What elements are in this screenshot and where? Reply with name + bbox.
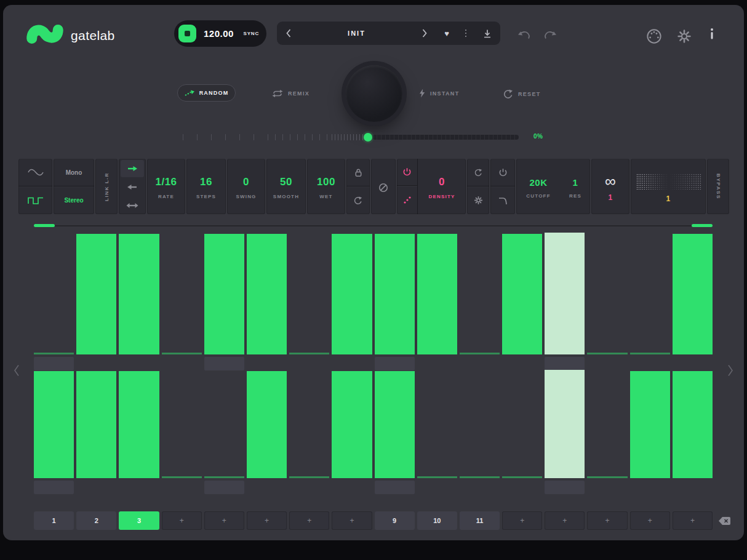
pattern-slot-add[interactable]: + <box>630 511 670 530</box>
randomizer-knob[interactable] <box>346 65 402 122</box>
slider-thumb[interactable] <box>364 133 372 142</box>
step-bar-zone[interactable] <box>502 234 542 354</box>
step-column[interactable] <box>289 371 329 495</box>
link-lr-toggle[interactable]: LINK L-R <box>95 159 118 214</box>
step-bar-zone[interactable] <box>34 234 74 354</box>
wet-value[interactable]: 100 <box>317 176 335 188</box>
undo-button[interactable] <box>517 30 531 39</box>
pattern-slot-11[interactable]: 11 <box>460 511 500 530</box>
preset-prev-button[interactable] <box>277 22 300 45</box>
step-bar-zone[interactable] <box>162 371 202 478</box>
step-bar[interactable] <box>76 234 116 354</box>
cutoff-value[interactable]: 20K <box>529 177 547 188</box>
step-column[interactable] <box>417 234 457 371</box>
auto-refresh-button[interactable] <box>467 159 489 186</box>
step-bar[interactable] <box>630 371 670 478</box>
step-bar-zone[interactable] <box>417 371 457 478</box>
step-column[interactable] <box>375 371 415 495</box>
swing-value[interactable]: 0 <box>243 176 249 188</box>
step-bar[interactable] <box>375 371 415 478</box>
steps-control[interactable]: 16 STEPS <box>186 159 226 214</box>
step-bar[interactable] <box>76 371 116 478</box>
step-bar-zone[interactable] <box>375 371 415 478</box>
pattern-slot-add[interactable]: + <box>162 511 202 530</box>
loop-count-control[interactable]: ∞ 1 <box>591 159 629 214</box>
bypass-toggle[interactable]: BYPASS <box>707 159 729 214</box>
smooth-control[interactable]: 50 SMOOTH <box>266 159 306 214</box>
pattern-delete-button[interactable] <box>718 516 731 526</box>
step-bar-zone[interactable] <box>332 234 372 354</box>
pattern-slot-2[interactable]: 2 <box>76 511 116 530</box>
step-bar-zone[interactable] <box>289 234 329 354</box>
step-column[interactable] <box>289 234 329 371</box>
step-bar-zone[interactable] <box>630 371 670 478</box>
density-power-button[interactable] <box>397 159 417 186</box>
step-bar-zone[interactable] <box>460 371 500 478</box>
texture-value[interactable]: 1 <box>666 194 670 203</box>
rate-control[interactable]: 1/16 RATE <box>147 159 185 214</box>
step-column[interactable] <box>375 234 415 371</box>
redo-button[interactable] <box>543 30 557 39</box>
step-column[interactable] <box>162 371 202 495</box>
step-column[interactable] <box>630 234 670 371</box>
info-button[interactable] <box>709 28 714 39</box>
wet-control[interactable]: 100 WET <box>307 159 345 214</box>
step-bar-zone[interactable] <box>545 234 585 354</box>
step-column[interactable] <box>34 234 74 371</box>
density-dice-button[interactable] <box>397 186 417 213</box>
step-bar-zone[interactable] <box>119 371 159 478</box>
dither-texture-b-icon[interactable] <box>670 174 701 190</box>
step-column[interactable] <box>673 371 713 495</box>
step-bar[interactable] <box>204 234 244 354</box>
step-bar-zone[interactable] <box>417 234 457 354</box>
sync-toggle[interactable]: SYNC <box>244 31 266 36</box>
pattern-slot-add[interactable]: + <box>587 511 627 530</box>
dither-texture-a-icon[interactable] <box>636 174 667 190</box>
step-column[interactable] <box>76 371 116 495</box>
step-bar-zone[interactable] <box>34 371 74 478</box>
step-bar-zone[interactable] <box>289 371 329 478</box>
step-column[interactable] <box>119 371 159 495</box>
preset-next-button[interactable] <box>413 22 436 45</box>
pattern-slot-add[interactable]: + <box>673 511 713 530</box>
loop-button[interactable] <box>346 186 370 214</box>
step-bar[interactable] <box>673 371 713 478</box>
step-column[interactable] <box>247 371 287 495</box>
sine-wave-button[interactable] <box>18 159 52 186</box>
step-column[interactable] <box>545 371 585 495</box>
rate-value[interactable]: 1/16 <box>155 176 177 188</box>
texture-cell[interactable]: 1 <box>631 159 706 214</box>
step-bar[interactable] <box>332 234 372 354</box>
step-column[interactable] <box>204 371 244 495</box>
pattern-slot-add[interactable]: + <box>332 511 372 530</box>
step-bar-zone[interactable] <box>502 371 542 478</box>
direction-pendulum-button[interactable] <box>121 197 144 214</box>
step-bar[interactable] <box>332 371 372 478</box>
step-column[interactable] <box>630 371 670 495</box>
step-bar[interactable] <box>673 234 713 354</box>
preset-save-button[interactable] <box>474 22 500 45</box>
density-value[interactable]: 0 <box>439 176 445 188</box>
favorite-button[interactable]: ♥ <box>436 22 457 45</box>
step-bar[interactable] <box>247 371 287 478</box>
loop-count-value[interactable]: 1 <box>608 193 612 202</box>
density-control[interactable]: 0 DENSITY <box>418 159 466 214</box>
step-bar-zone[interactable] <box>162 234 202 354</box>
midi-settings-button[interactable] <box>646 28 662 44</box>
step-bar[interactable] <box>119 371 159 478</box>
step-bar-zone[interactable] <box>587 234 627 354</box>
mute-random-cell[interactable] <box>371 159 396 214</box>
res-control[interactable]: 1 RES <box>561 159 590 214</box>
step-bar-zone[interactable] <box>204 234 244 354</box>
pattern-slot-10[interactable]: 10 <box>417 511 457 530</box>
reset-button[interactable]: RESET <box>503 89 541 99</box>
stop-button[interactable] <box>178 25 196 42</box>
step-bar[interactable] <box>417 234 457 354</box>
direction-forward-button[interactable] <box>121 160 144 177</box>
slider-track[interactable] <box>372 135 519 140</box>
step-bar[interactable] <box>247 234 287 354</box>
square-wave-button[interactable] <box>18 186 52 214</box>
step-column[interactable] <box>587 234 627 371</box>
step-column[interactable] <box>34 371 74 495</box>
pattern-slot-add[interactable]: + <box>502 511 542 530</box>
